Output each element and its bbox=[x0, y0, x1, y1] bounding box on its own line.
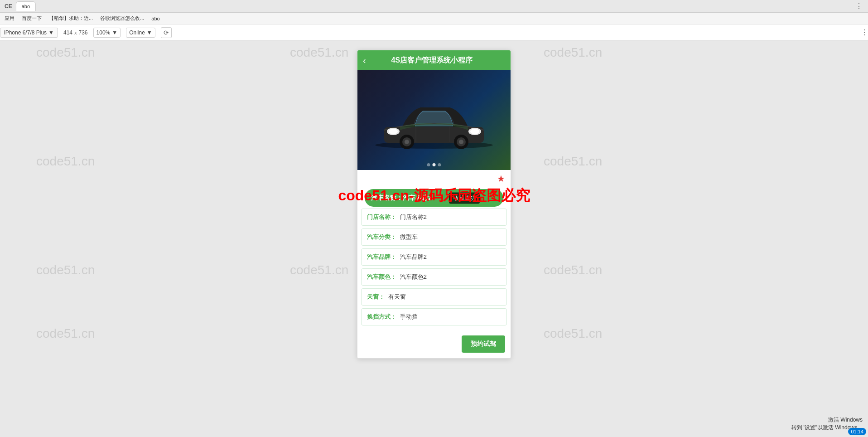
watermark-2: code51.cn bbox=[290, 45, 348, 60]
watermark-9: code51.cn bbox=[36, 326, 95, 341]
color-value: 汽车颜色2 bbox=[400, 273, 427, 280]
car-name-row: 汽车名称：汽车名称2 bbox=[365, 189, 503, 207]
button-area: 预约试驾 bbox=[357, 332, 511, 358]
device-dropdown-icon: ▼ bbox=[48, 29, 54, 36]
device-name-label: iPhone 6/7/8 Plus bbox=[4, 29, 47, 36]
store-value: 门店名称2 bbox=[400, 214, 427, 220]
activate-line1: 激活 Windows bbox=[791, 416, 863, 424]
brand-row: 汽车品牌： 汽车品牌2 bbox=[361, 248, 507, 266]
menu-item-baidu[interactable]: 百度一下 bbox=[22, 15, 42, 22]
menu-item-chrome[interactable]: 谷歌浏览器怎么收... bbox=[100, 15, 144, 22]
watermark-5: code51.cn bbox=[544, 154, 602, 169]
toast-notification: 收藏成功 bbox=[449, 192, 480, 204]
dot-2 bbox=[433, 163, 436, 166]
brand-label: 汽车品牌： bbox=[367, 253, 396, 260]
back-button[interactable]: ‹ bbox=[363, 55, 366, 66]
favorite-button[interactable]: ★ bbox=[497, 173, 505, 184]
watermark-10: code51.cn bbox=[544, 326, 602, 341]
main-area: code51.cn code51.cn code51.cn code51.cn … bbox=[0, 41, 868, 437]
device-toolbar: iPhone 6/7/8 Plus ▼ 414 x 736 100% ▼ Onl… bbox=[0, 24, 868, 41]
dim-separator: x bbox=[74, 30, 77, 35]
category-label: 汽车分类： bbox=[367, 233, 396, 240]
menu-item-abo[interactable]: abo bbox=[151, 16, 159, 21]
sunroof-row: 天窗： 有天窗 bbox=[361, 288, 507, 306]
app-title: 4S店客户管理系统小程序 bbox=[370, 56, 494, 65]
svg-point-3 bbox=[389, 129, 398, 134]
watermark-4: code51.cn bbox=[36, 154, 95, 169]
app-header: ‹ 4S店客户管理系统小程序 bbox=[357, 50, 511, 70]
sunroof-label: 天窗： bbox=[367, 293, 385, 300]
svg-rect-1 bbox=[384, 127, 484, 143]
dot-3 bbox=[438, 163, 441, 166]
car-image bbox=[357, 70, 511, 170]
content-area: ★ 汽车名称：汽车名称2 收藏成功 门店名称： 门店名称2 汽车分类： 微型车 bbox=[357, 170, 511, 358]
brand-value: 汽车品牌2 bbox=[400, 253, 427, 260]
network-selector[interactable]: Online ▼ bbox=[126, 28, 155, 38]
favorite-row: ★ bbox=[357, 170, 511, 187]
browser-tab-abo[interactable]: abo bbox=[16, 1, 36, 11]
browser-tab-area: abo bbox=[16, 1, 36, 11]
gearbox-value: 手动挡 bbox=[400, 313, 418, 320]
sunroof-value: 有天窗 bbox=[388, 293, 406, 300]
width-value: 414 bbox=[63, 29, 72, 36]
rotate-icon: ⟳ bbox=[164, 29, 169, 36]
zoom-selector[interactable]: 100% ▼ bbox=[93, 28, 121, 38]
zoom-dropdown-icon: ▼ bbox=[112, 29, 117, 36]
browser-more-icon[interactable]: ⋮ bbox=[855, 2, 863, 10]
menu-item-daohua[interactable]: 【稻华】求助：近... bbox=[49, 15, 93, 22]
watermark-8: code51.cn bbox=[544, 263, 602, 277]
browser-logo: CE bbox=[5, 3, 12, 10]
book-test-drive-button[interactable]: 预约试驾 bbox=[462, 335, 505, 353]
category-row: 汽车分类： 微型车 bbox=[361, 228, 507, 246]
height-value: 736 bbox=[79, 29, 88, 36]
network-dropdown-icon: ▼ bbox=[147, 29, 152, 36]
car-name-section: 汽车名称：汽车名称2 收藏成功 bbox=[361, 189, 507, 207]
gearbox-label: 换挡方式： bbox=[367, 313, 396, 320]
watermark-3: code51.cn bbox=[544, 45, 602, 60]
svg-point-8 bbox=[405, 140, 409, 144]
device-dimensions: 414 x 736 bbox=[63, 29, 88, 36]
device-selector[interactable]: iPhone 6/7/8 Plus ▼ bbox=[0, 28, 58, 38]
store-label: 门店名称： bbox=[367, 214, 396, 220]
browser-menu-bar: 应用 百度一下 【稻华】求助：近... 谷歌浏览器怎么收... abo bbox=[0, 13, 868, 24]
network-value: Online bbox=[129, 29, 145, 36]
rotate-button[interactable]: ⟳ bbox=[161, 27, 172, 38]
zoom-value: 100% bbox=[96, 29, 111, 36]
svg-point-5 bbox=[470, 129, 479, 134]
store-name-row: 门店名称： 门店名称2 bbox=[361, 209, 507, 226]
browser-top-bar: CE abo ⋮ bbox=[0, 0, 868, 13]
dot-1 bbox=[427, 163, 430, 166]
watermark-7: code51.cn bbox=[290, 263, 348, 277]
color-row: 汽车颜色： 汽车颜色2 bbox=[361, 268, 507, 286]
car-name-text: 汽车名称：汽车名称2 bbox=[371, 194, 432, 201]
mobile-frame: ‹ 4S店客户管理系统小程序 bbox=[357, 50, 511, 359]
watermark-6: code51.cn bbox=[36, 263, 95, 277]
color-label: 汽车颜色： bbox=[367, 273, 396, 280]
car-illustration bbox=[371, 88, 497, 152]
info-section: 门店名称： 门店名称2 汽车分类： 微型车 汽车品牌： 汽车品牌2 汽车颜色： … bbox=[357, 209, 511, 332]
category-value: 微型车 bbox=[400, 233, 418, 240]
image-indicator-dots bbox=[427, 163, 441, 166]
toolbar-more-icon[interactable]: ⋮ bbox=[861, 28, 868, 37]
gearbox-row: 换挡方式： 手动挡 bbox=[361, 308, 507, 325]
car-image-container bbox=[357, 70, 511, 170]
watermark-1: code51.cn bbox=[36, 45, 95, 60]
svg-point-11 bbox=[459, 140, 463, 144]
time-display: 01:14 bbox=[848, 428, 866, 435]
menu-item-apps[interactable]: 应用 bbox=[5, 15, 14, 22]
